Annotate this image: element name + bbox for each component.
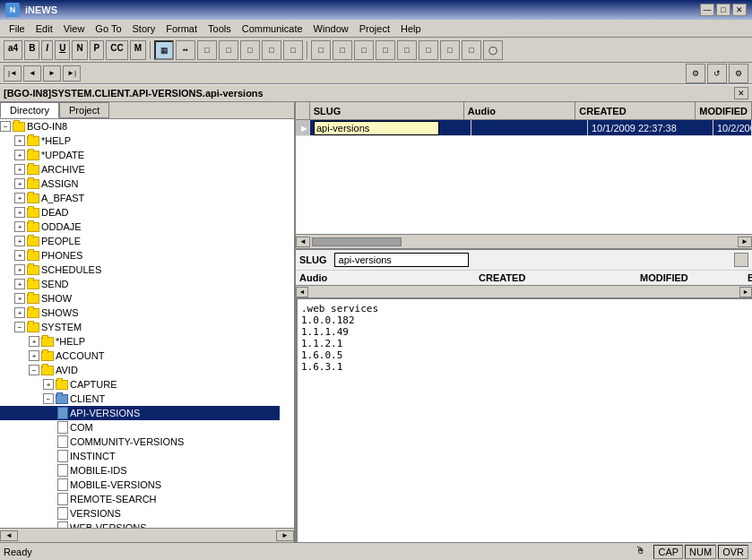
detail-hscroll-left[interactable]: ◄ xyxy=(296,287,308,297)
toolbar-view3[interactable]: □ xyxy=(197,40,217,60)
toolbar-list-view[interactable]: ▪▪ xyxy=(176,40,195,60)
menu-goto[interactable]: Go To xyxy=(90,22,126,36)
table-row[interactable]: ► 10/1/2009 22:37:38 10/2/200 xyxy=(296,120,752,136)
toolbar-action2[interactable]: □ xyxy=(333,40,352,60)
toolbar-underline[interactable]: U xyxy=(55,40,70,60)
tree-item-phones[interactable]: + PHONES xyxy=(0,248,280,263)
toolbar-action5[interactable]: □ xyxy=(397,40,417,60)
tree-item-versions[interactable]: VERSIONS xyxy=(0,506,280,521)
detail-slug-input[interactable] xyxy=(334,253,469,267)
scroll-right[interactable]: ► xyxy=(276,530,294,541)
content-text[interactable]: .web services 1.0.0.182 1.1.1.49 1.1.2.1… xyxy=(296,299,752,542)
th-slug[interactable]: SLUG xyxy=(310,102,464,119)
tab-project[interactable]: Project xyxy=(59,102,109,118)
slug-input[interactable] xyxy=(314,121,439,135)
nav-refresh[interactable]: ↺ xyxy=(707,64,727,83)
content-line-5: 1.6.0.5 xyxy=(301,349,748,361)
tree-item-system[interactable]: − SYSTEM xyxy=(0,320,280,334)
toolbar-bold[interactable]: B xyxy=(24,40,39,60)
tab-directory[interactable]: Directory xyxy=(0,102,59,118)
th-marker[interactable] xyxy=(296,102,310,119)
scroll-left[interactable]: ◄ xyxy=(0,530,18,541)
toolbar-action9[interactable]: ◯ xyxy=(483,40,503,60)
toolbar-m[interactable]: M xyxy=(130,40,146,60)
menu-project[interactable]: Project xyxy=(354,22,395,36)
th-audio[interactable]: Audio xyxy=(464,102,575,119)
tree-item-capture[interactable]: + CAPTURE xyxy=(0,377,280,392)
tree-content[interactable]: − BGO-IN8 + *HELP + *UPDATE + AR xyxy=(0,119,294,528)
th-created[interactable]: CREATED xyxy=(575,102,696,119)
tree-item-client[interactable]: − CLIENT xyxy=(0,392,280,406)
toolbar-grid-view[interactable]: ▦ xyxy=(154,40,174,60)
toolbar-action1[interactable]: □ xyxy=(311,40,331,60)
tree-item-web-versions[interactable]: WEB-VERSIONS xyxy=(0,521,280,528)
tree-item-oddaje[interactable]: + ODDAJE xyxy=(0,220,280,234)
nav-settings[interactable]: ⚙ xyxy=(729,64,748,83)
tree-item-bgo-in8[interactable]: − BGO-IN8 xyxy=(0,119,280,134)
menu-edit[interactable]: Edit xyxy=(30,22,58,36)
tree-hscroll[interactable]: ◄ ► xyxy=(0,528,294,542)
tree-item-com[interactable]: COM xyxy=(0,420,280,435)
menu-help[interactable]: Help xyxy=(395,22,427,36)
content-split: .web services 1.0.0.182 1.1.1.49 1.1.2.1… xyxy=(296,299,752,542)
toolbar-cc[interactable]: CC xyxy=(106,40,127,60)
toolbar-a4[interactable]: a4 xyxy=(4,40,22,60)
toolbar-n[interactable]: N xyxy=(72,40,87,60)
nav-last[interactable]: ►| xyxy=(63,65,81,82)
nav-next[interactable]: ► xyxy=(43,65,61,82)
toolbar-action3[interactable]: □ xyxy=(354,40,374,60)
tree-item-help[interactable]: + *HELP xyxy=(0,134,280,148)
tree-item-sys-help[interactable]: + *HELP xyxy=(0,334,280,349)
menu-window[interactable]: Window xyxy=(308,22,354,36)
toolbar-view6[interactable]: □ xyxy=(262,40,281,60)
toolbar-action4[interactable]: □ xyxy=(376,40,395,60)
detail-hscroll-right[interactable]: ► xyxy=(739,287,752,297)
menu-tools[interactable]: Tools xyxy=(203,22,237,36)
tree-item-account[interactable]: + ACCOUNT xyxy=(0,349,280,363)
tree-item-archive[interactable]: + ARCHIVE xyxy=(0,162,280,177)
tree-label: SEND xyxy=(41,279,69,289)
menu-communicate[interactable]: Communicate xyxy=(237,22,308,36)
window-close-btn[interactable]: ✕ xyxy=(734,87,748,99)
tree-item-people[interactable]: + PEOPLE xyxy=(0,234,280,248)
maximize-button[interactable]: □ xyxy=(716,4,730,16)
tree-item-avid[interactable]: − AVID xyxy=(0,363,280,377)
menu-file[interactable]: File xyxy=(4,22,30,36)
tree-item-remote-search[interactable]: REMOTE-SEARCH xyxy=(0,492,280,506)
tree-item-schedules[interactable]: + SCHEDULES xyxy=(0,263,280,277)
toolbar-action6[interactable]: □ xyxy=(419,40,438,60)
hscroll-left[interactable]: ◄ xyxy=(296,237,310,247)
th-modified[interactable]: MODIFIED xyxy=(696,102,752,119)
toolbar-p[interactable]: P xyxy=(90,40,105,60)
toolbar-action8[interactable]: □ xyxy=(462,40,481,60)
nav-prev[interactable]: ◄ xyxy=(23,65,41,82)
menu-format[interactable]: Format xyxy=(160,22,203,36)
menu-story[interactable]: Story xyxy=(127,22,161,36)
toolbar-view7[interactable]: □ xyxy=(283,40,303,60)
tree-item-assign[interactable]: + ASSIGN xyxy=(0,177,280,191)
tree-item-show[interactable]: + SHOW xyxy=(0,291,280,306)
detail-hscroll[interactable]: ◄ ► xyxy=(296,285,752,297)
tree-item-update[interactable]: + *UPDATE xyxy=(0,148,280,162)
toolbar-italic[interactable]: I xyxy=(41,40,53,60)
toolbar-view5[interactable]: □ xyxy=(240,40,260,60)
tree-item-send[interactable]: + SEND xyxy=(0,277,280,291)
hscroll-right[interactable]: ► xyxy=(738,237,752,247)
tree-item-mobile-ids[interactable]: MOBILE-IDS xyxy=(0,463,280,478)
nav-lock[interactable]: ⚙ xyxy=(686,64,705,83)
nav-first[interactable]: |◄ xyxy=(4,65,22,82)
detail-scroll[interactable] xyxy=(734,253,748,267)
tree-item-shows[interactable]: + SHOWS xyxy=(0,306,280,320)
close-button[interactable]: ✕ xyxy=(732,4,747,16)
minimize-button[interactable]: — xyxy=(700,4,714,16)
tree-item-mobile-versions[interactable]: MOBILE-VERSIONS xyxy=(0,478,280,492)
menu-view[interactable]: View xyxy=(58,22,91,36)
tree-item-api-versions[interactable]: API-VERSIONS xyxy=(0,406,280,420)
toolbar-action7[interactable]: □ xyxy=(440,40,460,60)
tree-item-dead[interactable]: + DEAD xyxy=(0,205,280,220)
tree-item-instinct[interactable]: INSTINCT xyxy=(0,449,280,463)
table-hscroll[interactable]: ◄ ► xyxy=(296,234,752,248)
tree-item-a-bfast[interactable]: + A_BFAST xyxy=(0,191,280,205)
tree-item-community-versions[interactable]: COMMUNITY-VERSIONS xyxy=(0,435,280,449)
toolbar-view4[interactable]: □ xyxy=(219,40,238,60)
